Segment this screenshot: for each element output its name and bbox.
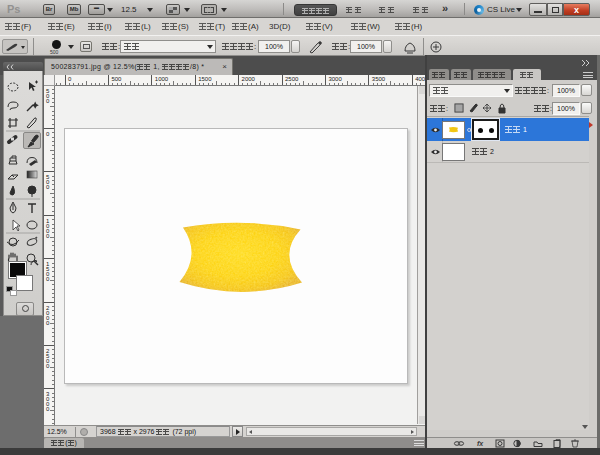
svg-text:fx: fx [477, 440, 484, 447]
